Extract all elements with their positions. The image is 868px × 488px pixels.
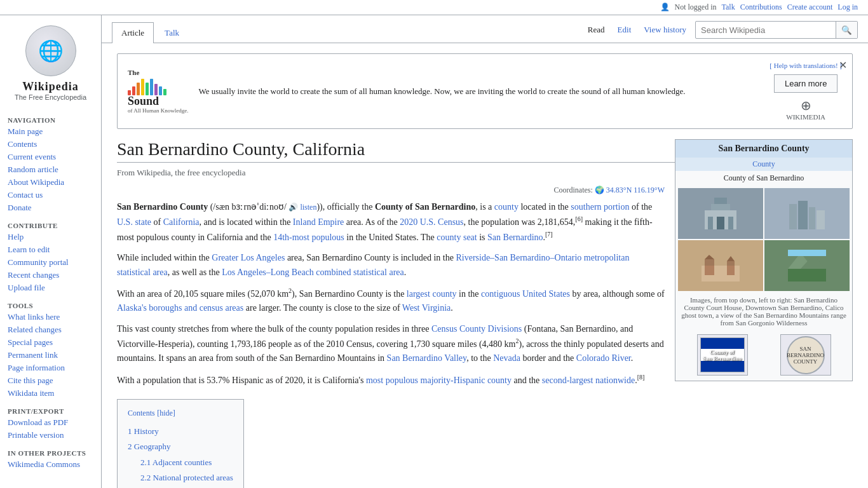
link-san-bernardino[interactable]: San Bernardino <box>487 233 543 242</box>
link-census-county-divisions[interactable]: Census County Divisions <box>431 324 522 334</box>
svg-marker-16 <box>727 256 735 261</box>
contents-box: Contents [hide] 1 History 2 Geography 2.… <box>117 399 244 488</box>
link-la-lb-csa[interactable]: Los Angeles–Long Beach combined statisti… <box>222 268 404 277</box>
search-input[interactable] <box>696 23 836 37</box>
sidebar-item-about[interactable]: About Wikipedia <box>0 176 101 189</box>
infobox-title: San Bernardino County <box>675 140 852 158</box>
coordinates-value[interactable]: 34.83°N 116.19°W <box>606 186 665 194</box>
wikimedia-logo: ⊕ WIKIMEDIA <box>786 98 825 121</box>
svg-rect-14 <box>727 266 735 275</box>
link-us-state[interactable]: U.S. state <box>117 217 151 227</box>
sidebar-item-wikimedia-commons[interactable]: Wikimedia Commons <box>0 458 101 471</box>
sidebar-item-wikidata[interactable]: Wikidata item <box>0 387 101 400</box>
contents-link-protected[interactable]: 2.2 National protected areas <box>140 473 233 482</box>
contribute-title: Contribute <box>0 219 101 231</box>
link-california[interactable]: California <box>163 217 200 227</box>
talk-link[interactable]: Talk <box>722 3 735 12</box>
infobox-img-courthouse <box>678 188 763 239</box>
contents-title: Contents [hide] <box>128 406 233 420</box>
svg-rect-17 <box>788 269 826 281</box>
link-alaska-boroughs[interactable]: Alaska's boroughs and census areas <box>117 303 243 313</box>
link-sbv[interactable]: San Bernardino Valley <box>387 353 467 363</box>
svg-rect-4 <box>728 217 733 229</box>
navigation-section: Navigation Main page Contents Current ev… <box>0 114 101 214</box>
tab-edit[interactable]: Edit <box>614 22 635 37</box>
sound-bars <box>128 76 188 95</box>
article: San Bernardino County County County of S… <box>117 139 853 488</box>
sidebar-item-what-links[interactable]: What links here <box>0 311 101 323</box>
link-most-populous-hispanic[interactable]: most populous majority-Hispanic county <box>366 375 512 384</box>
article-area: The Sound of Al <box>117 53 853 488</box>
sidebar-item-download-pdf[interactable]: Download as PDF <box>0 416 101 429</box>
sidebar-item-learn-edit[interactable]: Learn to edit <box>0 243 101 256</box>
svg-rect-20 <box>788 250 826 256</box>
link-nevada[interactable]: Nevada <box>493 353 520 363</box>
learn-more-button[interactable]: Learn more <box>774 74 837 93</box>
log-in-link[interactable]: Log in <box>837 3 858 12</box>
link-2020-census[interactable]: 2020 U.S. Census <box>400 217 463 227</box>
svg-rect-9 <box>817 210 825 229</box>
infobox-image-caption: Images, from top down, left to right: Sa… <box>675 294 852 329</box>
tab-view-history[interactable]: View history <box>640 22 690 37</box>
contents-hide-button[interactable]: [hide] <box>157 409 175 417</box>
sidebar-item-main-page[interactable]: Main page <box>0 125 101 138</box>
svg-rect-13 <box>727 261 735 266</box>
sidebar-item-random-article[interactable]: Random article <box>0 163 101 176</box>
infobox-img-downtown <box>764 188 850 239</box>
search-button[interactable]: 🔍 <box>836 22 857 38</box>
search-icon: 🔍 <box>841 25 852 35</box>
tab-read[interactable]: Read <box>584 22 609 37</box>
sidebar-item-page-info[interactable]: Page information <box>0 362 101 374</box>
contents-link-adjacent[interactable]: 2.1 Adjacent counties <box>140 458 212 467</box>
link-county-seat[interactable]: county seat <box>437 233 477 242</box>
infobox: San Bernardino County County County of S… <box>675 139 853 381</box>
contents-link-history[interactable]: 1 History <box>128 426 159 436</box>
sidebar-item-cite[interactable]: Cite this page <box>0 374 101 387</box>
svg-rect-3 <box>708 217 713 229</box>
infobox-img-calico <box>678 240 763 291</box>
sidebar-item-community[interactable]: Community portal <box>0 256 101 269</box>
link-second-largest[interactable]: second-largest nationwide <box>542 375 635 384</box>
link-west-virginia[interactable]: West Virginia <box>402 303 451 313</box>
link-inland-empire[interactable]: Inland Empire <box>293 217 344 227</box>
link-colorado-river[interactable]: Colorado River <box>576 353 631 363</box>
tab-left-group: Article Talk <box>112 22 584 43</box>
banner-text: We usually invite the world to create th… <box>198 86 759 97</box>
sidebar-item-donate[interactable]: Donate <box>0 201 101 214</box>
link-14th-most-populous[interactable]: 14th-most populous <box>273 233 344 242</box>
svg-marker-15 <box>705 255 714 259</box>
tab-bar: Article Talk Read Edit View history 🔍 <box>102 15 868 43</box>
sidebar-item-print-version[interactable]: Printable version <box>0 429 101 442</box>
sidebar-item-special-pages[interactable]: Special pages <box>0 336 101 349</box>
logo-title: Wikipedia <box>8 80 93 93</box>
sidebar-item-contents[interactable]: Contents <box>0 138 101 151</box>
sidebar-item-related-changes[interactable]: Related changes <box>0 323 101 336</box>
sidebar-item-recent-changes[interactable]: Recent changes <box>0 269 101 281</box>
contents-link-geography[interactable]: 2 Geography <box>128 442 171 451</box>
link-contiguous-us[interactable]: contiguous United States <box>481 289 570 299</box>
main-content: Article Talk Read Edit View history 🔍 <box>102 15 868 488</box>
infobox-flag: County ofSan Bernardino <box>697 334 748 376</box>
navigation-title: Navigation <box>0 114 101 125</box>
infobox-seal: SANBERNARDINOCOUNTY <box>780 334 831 376</box>
link-county[interactable]: county <box>494 202 519 212</box>
sidebar-item-help[interactable]: Help <box>0 231 101 243</box>
link-greater-la[interactable]: Greater Los Angeles <box>212 253 285 262</box>
infobox-subtitle[interactable]: County <box>675 158 852 171</box>
link-largest-county[interactable]: largest county <box>407 289 457 299</box>
logo-subtitle: The Free Encyclopedia <box>8 93 93 101</box>
not-logged-in-text: Not logged in <box>675 3 717 12</box>
sidebar-item-current-events[interactable]: Current events <box>0 151 101 163</box>
create-account-link[interactable]: Create account <box>787 3 833 12</box>
svg-rect-8 <box>809 207 815 229</box>
sidebar-item-upload[interactable]: Upload file <box>0 281 101 294</box>
help-translations-link[interactable]: [ Help with translations! ] <box>770 62 842 69</box>
banner-close-button[interactable]: ✕ <box>839 59 847 71</box>
link-southern-portion[interactable]: southern portion <box>571 202 629 212</box>
sidebar-item-contact[interactable]: Contact us <box>0 189 101 201</box>
contributions-link[interactable]: Contributions <box>740 3 782 12</box>
tab-talk[interactable]: Talk <box>155 22 189 43</box>
sidebar-item-permanent-link[interactable]: Permanent link <box>0 349 101 362</box>
wikipedia-logo: 🌐 <box>25 25 76 76</box>
tab-article[interactable]: Article <box>112 22 154 43</box>
